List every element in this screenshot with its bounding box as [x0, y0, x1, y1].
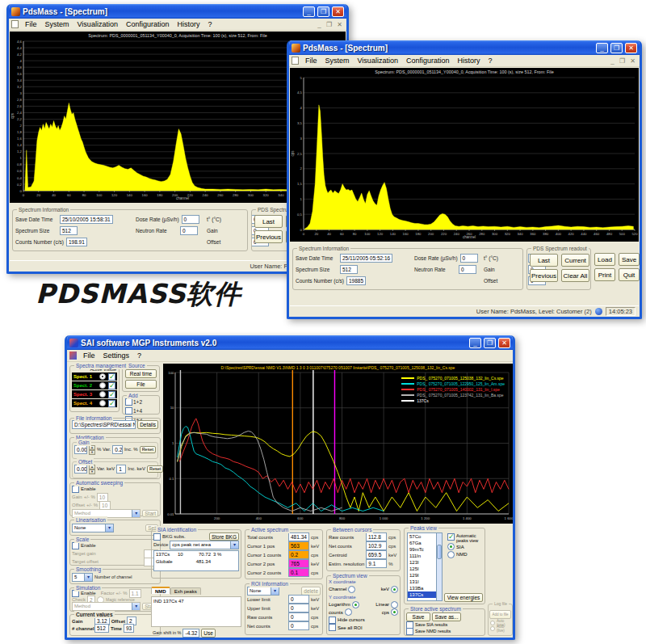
tab-nmd[interactable]: NMD	[151, 587, 170, 594]
field-value[interactable]: 0	[288, 595, 309, 604]
maximize-button[interactable]: ❐	[484, 338, 496, 348]
field-value[interactable]: 0	[180, 226, 198, 235]
field-value[interactable]: 659.5	[366, 550, 387, 559]
details-button[interactable]: Details	[137, 420, 158, 429]
menu-item-history[interactable]: History	[453, 57, 484, 65]
file-button[interactable]: File	[125, 380, 157, 389]
field-value[interactable]: 0	[288, 621, 309, 630]
save-nmd-results-checkbox[interactable]	[406, 628, 413, 635]
roi-delete-button[interactable]: delete	[301, 587, 321, 596]
spectrum-row[interactable]: Spect. 3	[72, 390, 117, 398]
field-value[interactable]: 0	[288, 604, 309, 612]
logarithm-radio[interactable]	[352, 601, 359, 608]
previous-button[interactable]: Previous	[530, 269, 558, 282]
roi-dropdown[interactable]: None	[247, 587, 279, 596]
auto-live-radio[interactable]	[490, 626, 495, 631]
gain-reset-button[interactable]: Reset	[140, 446, 156, 453]
field-value[interactable]: 765	[288, 559, 309, 568]
menu-item-file[interactable]: File	[79, 351, 99, 360]
menu-item-history[interactable]: History	[173, 20, 203, 28]
menu-item-file[interactable]: File	[301, 57, 321, 65]
active-radio[interactable]	[99, 373, 106, 380]
last-button[interactable]: Last	[530, 254, 558, 267]
scrollbar-thumb[interactable]	[437, 545, 442, 559]
counts-radio[interactable]	[345, 608, 352, 616]
peaks-listbox[interactable]: 57Co67Ga99mTc111In123I125I129I131I133Ba1…	[407, 532, 443, 601]
spectrum-row[interactable]: Spect. 4	[72, 399, 117, 407]
device-dropdown[interactable]: cps peak net area	[170, 541, 239, 549]
menu-item-visualization[interactable]: Visualization	[354, 57, 402, 65]
view-energies-button[interactable]: View energies	[444, 593, 483, 602]
close-button[interactable]: ✕	[625, 43, 637, 53]
field-value[interactable]: 512	[340, 265, 358, 274]
field-value[interactable]: 25/11/2005 05:52:16	[340, 254, 392, 263]
offset-spin-arrows[interactable]: ▲▼	[89, 465, 95, 474]
maximize-button[interactable]: ❐	[317, 6, 329, 17]
active-radio[interactable]	[99, 391, 106, 398]
channel-radio[interactable]	[348, 586, 355, 593]
field-value[interactable]: 102.9	[366, 541, 387, 550]
hide-cursors-checkbox[interactable]	[329, 617, 336, 624]
field-value[interactable]: 0.2	[288, 550, 309, 559]
real-time-button[interactable]: Real time	[125, 369, 157, 378]
add-to-file-button[interactable]: Add to file	[489, 610, 511, 619]
bkg-subs-checkbox[interactable]	[153, 533, 161, 541]
smoothing-dropdown[interactable]: 5	[72, 573, 93, 582]
field-value[interactable]: 112.8	[366, 532, 387, 541]
field-value[interactable]: 19885	[346, 276, 366, 285]
tab-exh-peaks[interactable]: Exh peaks	[170, 587, 201, 595]
scrollbar[interactable]	[436, 533, 442, 600]
menu-item-settings[interactable]: Settings	[99, 351, 134, 360]
gain-spin-arrows[interactable]: ▲▼	[89, 445, 95, 454]
simulation-method-dropdown[interactable]: Method	[72, 602, 141, 611]
menu-item--[interactable]: ?	[203, 20, 216, 28]
offset-reset-button[interactable]: Reset	[147, 465, 163, 473]
checkbox[interactable]	[125, 407, 132, 415]
quit-button[interactable]: Quit	[619, 268, 640, 281]
save-as-button[interactable]: Save as...	[432, 612, 461, 621]
auto-one-radio[interactable]	[490, 621, 495, 625]
offset-spinner[interactable]: 0.00	[74, 465, 87, 474]
field-value[interactable]: 25/10/2005 15:58:31	[60, 215, 113, 224]
active-radio[interactable]	[99, 400, 106, 406]
sia-radio[interactable]	[447, 543, 455, 550]
store-bkg-button[interactable]: Store BKG	[209, 532, 239, 541]
save-button[interactable]: Save	[619, 253, 640, 266]
previous-button[interactable]: Previous	[254, 230, 283, 243]
field-value[interactable]: 0	[182, 215, 199, 224]
field-value[interactable]: 0	[460, 254, 478, 263]
menu-item-file[interactable]: File	[21, 20, 41, 28]
visible-checkbox[interactable]	[108, 391, 115, 398]
field-value[interactable]: 0	[288, 612, 309, 621]
field-value[interactable]: 9.1	[366, 559, 387, 568]
menu-item-system[interactable]: System	[321, 57, 354, 65]
spectrum-row[interactable]: Spect. 2	[72, 381, 117, 389]
field-value[interactable]: 481.34	[288, 532, 309, 541]
field-value[interactable]: 0.1	[288, 568, 309, 577]
checkbox[interactable]	[125, 398, 132, 406]
menu-item--[interactable]: ?	[484, 57, 496, 65]
see-all-roi-checkbox[interactable]	[329, 624, 336, 631]
active-radio[interactable]	[99, 382, 106, 389]
visible-checkbox[interactable]	[108, 400, 115, 407]
visible-checkbox[interactable]	[108, 373, 115, 381]
gain-shift-field[interactable]: -4.32	[182, 629, 199, 638]
use-button[interactable]: Use	[201, 629, 216, 638]
title-bar[interactable]: PdsMass - [Spectrum] _ ❐ ✕	[289, 40, 640, 55]
current-button[interactable]: Current	[561, 254, 589, 267]
factor-field[interactable]: 1.1	[129, 589, 141, 598]
menu-item-system[interactable]: System	[41, 20, 73, 28]
menu-item--[interactable]: ?	[133, 351, 145, 360]
linearisation-dropdown[interactable]: None	[72, 524, 114, 532]
field-value[interactable]: 512	[60, 226, 78, 235]
automatic-peaks-checkbox[interactable]	[447, 533, 455, 541]
mdi-window-controls[interactable]: _ ❐ ✕	[610, 57, 637, 65]
minimize-button[interactable]: _	[596, 43, 608, 53]
field-value[interactable]: 563	[288, 541, 309, 550]
minimize-button[interactable]: _	[303, 6, 315, 17]
gain-increment-field[interactable]: 0.2	[112, 445, 123, 454]
maximize-button[interactable]: ❐	[610, 43, 623, 53]
close-button[interactable]: ✕	[498, 338, 510, 348]
print-button[interactable]: Print	[594, 268, 615, 281]
checkbox-option[interactable]: 1+2	[125, 398, 142, 406]
